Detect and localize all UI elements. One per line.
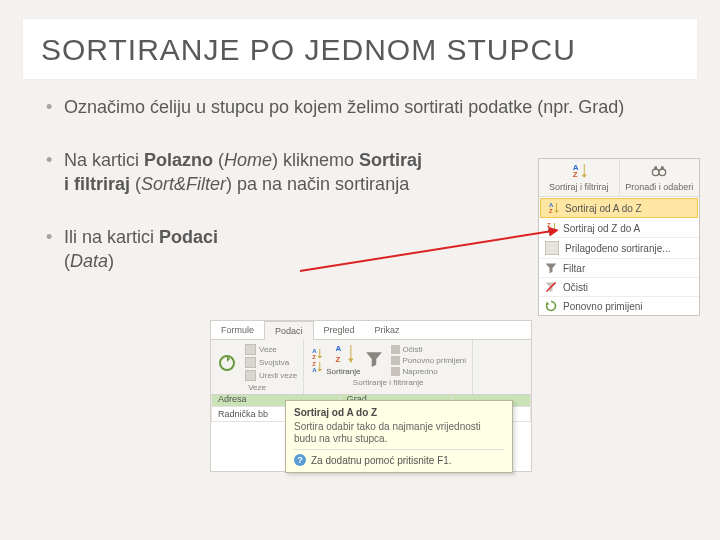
text: ) pa na način sortiranja xyxy=(226,174,409,194)
menu-sort-a-z[interactable]: AZ Sortiraj od A do Z xyxy=(540,198,698,218)
ribbon-body: Veze Svojstva Uredi veze Veze AZ AZ AZ S… xyxy=(211,340,531,394)
clear-btn[interactable]: Očisti xyxy=(391,345,423,354)
custom-sort-icon xyxy=(545,241,559,255)
sort-icon: AZ xyxy=(333,344,353,364)
funnel-icon xyxy=(545,262,557,274)
text: ( xyxy=(130,174,141,194)
sort-desc-icon[interactable]: AZ xyxy=(310,361,322,373)
advanced-btn[interactable]: Napredno xyxy=(391,367,438,376)
reapply-btn[interactable]: Ponovno primijeni xyxy=(391,356,467,365)
props-btn[interactable]: Svojstva xyxy=(245,357,289,368)
sort-asc-icon: AZ xyxy=(547,202,559,214)
help-icon: ? xyxy=(294,454,306,466)
label: Pronađi i odaberi xyxy=(625,182,693,192)
menu-sort-z-a[interactable]: AZ Sortiraj od Z do A xyxy=(539,219,699,238)
tooltip-title: Sortiraj od A do Z xyxy=(294,407,504,418)
ribbon-tabs: Formule Podaci Pregled Prikaz xyxy=(211,321,531,340)
label: Ponovno primijeni xyxy=(563,301,693,312)
filter-button[interactable] xyxy=(365,350,383,370)
links-btn[interactable]: Veze xyxy=(245,344,277,355)
tooltip-help: ? Za dodatnu pomoć pritisnite F1. xyxy=(294,449,504,466)
label: Sortiranje xyxy=(326,367,360,376)
menu-filter[interactable]: Filtar xyxy=(539,259,699,278)
find-select-button[interactable]: Pronađi i odaberi xyxy=(620,159,700,196)
slide-title: SORTIRANJE PO JEDNOM STUPCU xyxy=(41,33,679,67)
tooltip-body: Sortira odabir tako da najmanje vrijedno… xyxy=(294,421,504,445)
tab-formule[interactable]: Formule xyxy=(211,321,264,339)
text: Na kartici xyxy=(64,150,144,170)
group-label: Veze xyxy=(217,383,297,392)
menu-reapply[interactable]: Ponovno primijeni xyxy=(539,297,699,315)
label: Filtar xyxy=(563,263,693,274)
bold: Polazno xyxy=(144,150,213,170)
menu-clear[interactable]: Očisti xyxy=(539,278,699,297)
sort-filter-button[interactable]: AZ Sortiraj i filtriraj xyxy=(539,159,620,196)
edit-links-btn[interactable]: Uredi veze xyxy=(245,370,297,381)
menu-custom-sort[interactable]: Prilagođeno sortiranje... xyxy=(539,238,699,259)
text: ( xyxy=(213,150,224,170)
label: Sortiraj od A do Z xyxy=(565,203,691,214)
svg-rect-3 xyxy=(661,166,664,169)
title-box: SORTIRANJE PO JEDNOM STUPCU xyxy=(22,18,698,80)
sort-filter-panel: AZ Sortiraj i filtriraj Pronađi i odaber… xyxy=(538,158,700,316)
tab-podaci[interactable]: Podaci xyxy=(264,321,314,340)
tooltip-help-text: Za dodatnu pomoć pritisnite F1. xyxy=(311,455,452,466)
italic: Sort&Filter xyxy=(141,174,226,194)
panel-header: AZ Sortiraj i filtriraj Pronađi i odaber… xyxy=(539,159,699,197)
bullet-2: Na kartici Polazno (Home) kliknemo Sorti… xyxy=(46,149,424,196)
binoculars-icon xyxy=(651,170,667,181)
svg-point-0 xyxy=(653,169,660,176)
tab-pregled[interactable]: Pregled xyxy=(314,321,365,339)
italic: Home xyxy=(224,150,272,170)
clear-icon xyxy=(545,281,557,293)
bullet-1: Označimo ćeliju u stupcu po kojem želimo… xyxy=(46,96,674,119)
text: ) kliknemo xyxy=(272,150,359,170)
group-veze: Veze Svojstva Uredi veze Veze xyxy=(211,340,304,394)
group-sort: AZ AZ AZ Sortiranje Očisti Ponovno primi… xyxy=(304,340,473,394)
funnel-icon xyxy=(365,350,383,368)
tooltip: Sortiraj od A do Z Sortira odabir tako d… xyxy=(285,400,513,473)
label: Prilagođeno sortiranje... xyxy=(565,243,693,254)
svg-point-1 xyxy=(659,169,666,176)
label: Sortiraj od Z do A xyxy=(563,223,693,234)
bullet-3: Ili na kartici Podaci (Data) xyxy=(46,226,224,273)
sort-az-icon: AZ xyxy=(571,163,587,179)
sort-asc-icon[interactable]: AZ xyxy=(310,348,322,360)
label: Sortiraj i filtriraj xyxy=(549,182,609,192)
svg-rect-2 xyxy=(655,166,658,169)
group-label: Sortiranje i filtriranje xyxy=(310,378,466,387)
tab-prikaz[interactable]: Prikaz xyxy=(365,321,410,339)
italic: Data xyxy=(70,251,108,271)
text: ) xyxy=(108,251,114,271)
sort-dialog-button[interactable]: AZ Sortiranje xyxy=(326,344,360,376)
bold: Podaci xyxy=(159,227,218,247)
text: Ili na kartici xyxy=(64,227,159,247)
reapply-icon xyxy=(545,300,557,312)
ribbon: Formule Podaci Pregled Prikaz Veze Svojs… xyxy=(210,320,532,395)
refresh-icon[interactable] xyxy=(217,353,237,373)
label: Očisti xyxy=(563,282,693,293)
